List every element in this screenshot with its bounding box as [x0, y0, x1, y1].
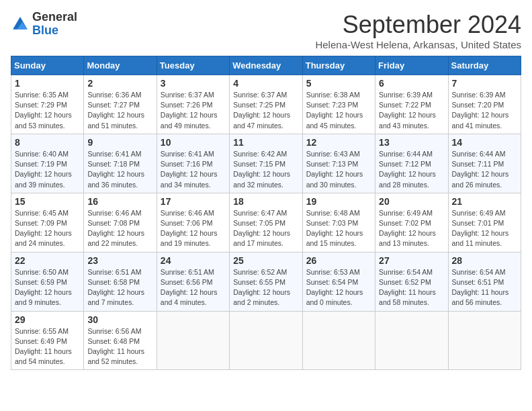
- day-info: Sunrise: 6:49 AMSunset: 7:02 PMDaylight:…: [379, 208, 444, 249]
- day-number: 28: [452, 255, 517, 266]
- calendar-cell: 23Sunrise: 6:51 AMSunset: 6:58 PMDayligh…: [84, 252, 157, 311]
- day-info: Sunrise: 6:44 AMSunset: 7:11 PMDaylight:…: [452, 149, 517, 190]
- day-info: Sunrise: 6:54 AMSunset: 6:52 PMDaylight:…: [379, 267, 444, 308]
- day-info: Sunrise: 6:41 AMSunset: 7:16 PMDaylight:…: [161, 149, 226, 190]
- day-info: Sunrise: 6:48 AMSunset: 7:03 PMDaylight:…: [306, 208, 371, 249]
- day-info: Sunrise: 6:41 AMSunset: 7:18 PMDaylight:…: [87, 149, 152, 190]
- day-info: Sunrise: 6:56 AMSunset: 6:48 PMDaylight:…: [87, 326, 152, 367]
- day-number: 2: [87, 78, 152, 89]
- calendar-cell: 15Sunrise: 6:45 AMSunset: 7:09 PMDayligh…: [11, 193, 84, 252]
- calendar-header-friday: Friday: [375, 56, 448, 75]
- calendar-cell: 24Sunrise: 6:51 AMSunset: 6:56 PMDayligh…: [157, 252, 229, 311]
- calendar-header-wednesday: Wednesday: [230, 56, 302, 75]
- calendar-cell: 17Sunrise: 6:46 AMSunset: 7:06 PMDayligh…: [157, 193, 229, 252]
- calendar-header-tuesday: Tuesday: [157, 56, 229, 75]
- calendar-cell: 29Sunrise: 6:55 AMSunset: 6:49 PMDayligh…: [11, 311, 84, 370]
- day-info: Sunrise: 6:53 AMSunset: 6:54 PMDaylight:…: [306, 267, 371, 308]
- day-info: Sunrise: 6:52 AMSunset: 6:55 PMDaylight:…: [233, 267, 298, 308]
- calendar-cell: 18Sunrise: 6:47 AMSunset: 7:05 PMDayligh…: [230, 193, 302, 252]
- day-number: 20: [379, 196, 444, 207]
- calendar-cell: 16Sunrise: 6:46 AMSunset: 7:08 PMDayligh…: [84, 193, 157, 252]
- day-number: 26: [306, 255, 371, 266]
- day-info: Sunrise: 6:36 AMSunset: 7:27 PMDaylight:…: [87, 90, 152, 131]
- calendar-cell: 20Sunrise: 6:49 AMSunset: 7:02 PMDayligh…: [375, 193, 448, 252]
- day-number: 7: [452, 78, 517, 89]
- day-number: 8: [15, 137, 80, 148]
- logo-line1: General: [32, 11, 77, 24]
- day-number: 6: [379, 78, 444, 89]
- calendar-cell: [230, 311, 302, 370]
- day-number: 25: [233, 255, 298, 266]
- calendar-cell: 11Sunrise: 6:42 AMSunset: 7:15 PMDayligh…: [230, 134, 302, 193]
- day-info: Sunrise: 6:37 AMSunset: 7:26 PMDaylight:…: [161, 90, 226, 131]
- day-number: 24: [161, 255, 226, 266]
- calendar-cell: 2Sunrise: 6:36 AMSunset: 7:27 PMDaylight…: [84, 75, 157, 134]
- day-info: Sunrise: 6:43 AMSunset: 7:13 PMDaylight:…: [306, 149, 371, 190]
- day-info: Sunrise: 6:39 AMSunset: 7:22 PMDaylight:…: [379, 90, 444, 131]
- day-number: 18: [233, 196, 298, 207]
- day-info: Sunrise: 6:51 AMSunset: 6:58 PMDaylight:…: [87, 267, 152, 308]
- calendar-week-row: 15Sunrise: 6:45 AMSunset: 7:09 PMDayligh…: [11, 193, 521, 252]
- calendar-cell: 14Sunrise: 6:44 AMSunset: 7:11 PMDayligh…: [448, 134, 521, 193]
- day-info: Sunrise: 6:39 AMSunset: 7:20 PMDaylight:…: [452, 90, 517, 131]
- day-number: 3: [161, 78, 226, 89]
- calendar-cell: 6Sunrise: 6:39 AMSunset: 7:22 PMDaylight…: [375, 75, 448, 134]
- day-number: 27: [379, 255, 444, 266]
- day-info: Sunrise: 6:45 AMSunset: 7:09 PMDaylight:…: [15, 208, 80, 249]
- calendar-cell: 19Sunrise: 6:48 AMSunset: 7:03 PMDayligh…: [302, 193, 375, 252]
- day-info: Sunrise: 6:55 AMSunset: 6:49 PMDaylight:…: [15, 326, 80, 367]
- calendar-cell: 8Sunrise: 6:40 AMSunset: 7:19 PMDaylight…: [11, 134, 84, 193]
- calendar-cell: [448, 311, 521, 370]
- calendar-cell: 21Sunrise: 6:49 AMSunset: 7:01 PMDayligh…: [448, 193, 521, 252]
- day-info: Sunrise: 6:49 AMSunset: 7:01 PMDaylight:…: [452, 208, 517, 249]
- day-info: Sunrise: 6:40 AMSunset: 7:19 PMDaylight:…: [15, 149, 80, 190]
- calendar-cell: 10Sunrise: 6:41 AMSunset: 7:16 PMDayligh…: [157, 134, 229, 193]
- calendar-week-row: 8Sunrise: 6:40 AMSunset: 7:19 PMDaylight…: [11, 134, 521, 193]
- day-info: Sunrise: 6:51 AMSunset: 6:56 PMDaylight:…: [161, 267, 226, 308]
- calendar-header-saturday: Saturday: [448, 56, 521, 75]
- calendar-body: 1Sunrise: 6:35 AMSunset: 7:29 PMDaylight…: [11, 75, 521, 370]
- calendar-week-row: 1Sunrise: 6:35 AMSunset: 7:29 PMDaylight…: [11, 75, 521, 134]
- day-number: 14: [452, 137, 517, 148]
- calendar-cell: 7Sunrise: 6:39 AMSunset: 7:20 PMDaylight…: [448, 75, 521, 134]
- day-number: 19: [306, 196, 371, 207]
- logo: General Blue: [11, 11, 77, 38]
- calendar-cell: 28Sunrise: 6:54 AMSunset: 6:51 PMDayligh…: [448, 252, 521, 311]
- day-number: 16: [87, 196, 152, 207]
- calendar-table: SundayMondayTuesdayWednesdayThursdayFrid…: [11, 56, 521, 370]
- calendar-week-row: 29Sunrise: 6:55 AMSunset: 6:49 PMDayligh…: [11, 311, 521, 370]
- day-number: 1: [15, 78, 80, 89]
- day-number: 17: [161, 196, 226, 207]
- month-title: September 2024: [315, 11, 521, 39]
- day-number: 23: [87, 255, 152, 266]
- calendar-cell: 4Sunrise: 6:37 AMSunset: 7:25 PMDaylight…: [230, 75, 302, 134]
- day-number: 30: [87, 314, 152, 325]
- day-number: 12: [306, 137, 371, 148]
- calendar-cell: [157, 311, 229, 370]
- day-info: Sunrise: 6:50 AMSunset: 6:59 PMDaylight:…: [15, 267, 80, 308]
- calendar-cell: 9Sunrise: 6:41 AMSunset: 7:18 PMDaylight…: [84, 134, 157, 193]
- logo-icon: [11, 15, 30, 34]
- calendar-week-row: 22Sunrise: 6:50 AMSunset: 6:59 PMDayligh…: [11, 252, 521, 311]
- calendar-cell: 27Sunrise: 6:54 AMSunset: 6:52 PMDayligh…: [375, 252, 448, 311]
- calendar-header-thursday: Thursday: [302, 56, 375, 75]
- calendar-header-sunday: Sunday: [11, 56, 84, 75]
- day-number: 10: [161, 137, 226, 148]
- calendar-header-monday: Monday: [84, 56, 157, 75]
- day-number: 22: [15, 255, 80, 266]
- day-info: Sunrise: 6:35 AMSunset: 7:29 PMDaylight:…: [15, 90, 80, 131]
- day-number: 13: [379, 137, 444, 148]
- calendar-cell: 30Sunrise: 6:56 AMSunset: 6:48 PMDayligh…: [84, 311, 157, 370]
- calendar-cell: 12Sunrise: 6:43 AMSunset: 7:13 PMDayligh…: [302, 134, 375, 193]
- day-info: Sunrise: 6:44 AMSunset: 7:12 PMDaylight:…: [379, 149, 444, 190]
- calendar-cell: [302, 311, 375, 370]
- day-number: 11: [233, 137, 298, 148]
- day-info: Sunrise: 6:47 AMSunset: 7:05 PMDaylight:…: [233, 208, 298, 249]
- logo-line2: Blue: [32, 24, 77, 38]
- day-info: Sunrise: 6:54 AMSunset: 6:51 PMDaylight:…: [452, 267, 517, 308]
- day-number: 21: [452, 196, 517, 207]
- calendar-cell: 1Sunrise: 6:35 AMSunset: 7:29 PMDaylight…: [11, 75, 84, 134]
- header: General Blue September 2024 Helena-West …: [11, 11, 521, 50]
- calendar-cell: 13Sunrise: 6:44 AMSunset: 7:12 PMDayligh…: [375, 134, 448, 193]
- calendar-cell: 22Sunrise: 6:50 AMSunset: 6:59 PMDayligh…: [11, 252, 84, 311]
